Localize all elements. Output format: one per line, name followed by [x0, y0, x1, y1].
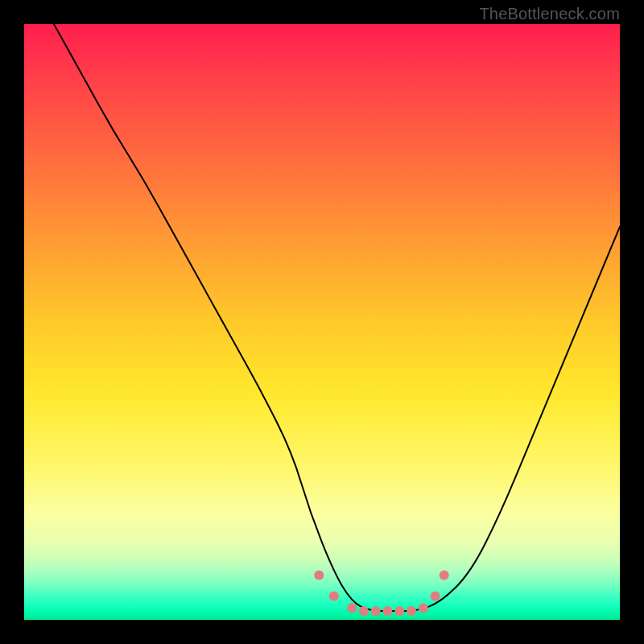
marker-dot	[371, 606, 381, 616]
watermark-text: TheBottleneck.com	[479, 5, 620, 23]
chart-frame: TheBottleneck.com	[0, 0, 644, 644]
marker-dot	[329, 591, 339, 601]
marker-dot	[407, 606, 416, 616]
curve-layer	[54, 24, 620, 611]
plot-area	[24, 24, 620, 620]
marker-dot	[359, 606, 369, 616]
bottleneck-curve-path	[54, 24, 620, 611]
marker-layer	[314, 571, 448, 616]
marker-dot	[419, 603, 428, 613]
marker-dot	[314, 571, 324, 580]
chart-svg	[24, 24, 620, 620]
marker-dot	[394, 606, 404, 616]
marker-dot	[382, 606, 392, 616]
marker-dot	[347, 603, 357, 613]
marker-dot	[440, 571, 449, 580]
marker-dot	[431, 591, 440, 601]
